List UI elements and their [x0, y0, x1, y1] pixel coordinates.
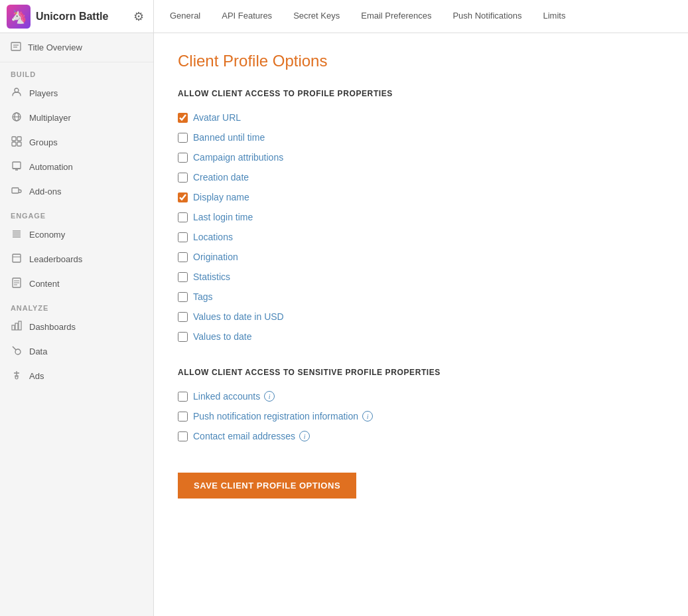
section2-checkbox-list: Linked accounts i Push notification regi…	[178, 386, 664, 446]
sidebar-item-economy[interactable]: Economy	[0, 222, 153, 247]
sidebar-item-dashboards-label: Dashboards	[29, 322, 76, 332]
linked-accounts-checkbox[interactable]	[178, 392, 188, 402]
push-notification-reg-checkbox[interactable]	[178, 412, 188, 422]
section1-header: ALLOW CLIENT ACCESS TO PROFILE PROPERTIE…	[178, 89, 664, 98]
title-overview-icon	[11, 41, 21, 54]
list-item: Origination	[178, 247, 664, 267]
svg-rect-2	[11, 42, 21, 50]
list-item: Campaign attributions	[178, 147, 664, 167]
sidebar-item-title-overview[interactable]: Title Overview	[0, 33, 153, 62]
list-item: Locations	[178, 227, 664, 247]
sidebar-item-ads[interactable]: Ads	[0, 364, 153, 388]
svg-rect-29	[19, 321, 21, 330]
sidebar-section-engage: ENGAGE	[0, 204, 153, 222]
list-item: Tags	[178, 287, 664, 307]
top-nav-push-notifications[interactable]: Push Notifications	[442, 0, 532, 33]
linked-accounts-label: Linked accounts i	[193, 391, 275, 402]
contact-email-label: Contact email addresses i	[193, 431, 310, 441]
sidebar-item-players[interactable]: Players	[0, 81, 153, 106]
sidebar-item-content[interactable]: Content	[0, 271, 153, 296]
sidebar-item-economy-label: Economy	[29, 230, 65, 240]
display-name-label: Display name	[193, 192, 249, 202]
values-to-date-usd-checkbox[interactable]	[178, 312, 188, 322]
values-to-date-usd-label: Values to date in USD	[193, 311, 284, 322]
add-ons-icon	[11, 185, 23, 198]
sidebar-item-leaderboards[interactable]: Leaderboards	[0, 247, 153, 271]
data-icon	[11, 345, 23, 358]
push-notification-reg-info-icon[interactable]: i	[362, 411, 373, 422]
avatar-url-label: Avatar URL	[193, 112, 241, 123]
values-to-date-label: Values to date	[193, 331, 251, 342]
page-title: Client Profile Options	[178, 52, 664, 70]
svg-point-32	[15, 376, 18, 379]
sidebar-item-players-label: Players	[29, 88, 58, 98]
top-bar: 🦄 Unicorn Battle ⚙ General API Features …	[0, 0, 688, 33]
svg-rect-13	[13, 162, 21, 169]
statistics-label: Statistics	[193, 271, 230, 282]
svg-rect-9	[12, 137, 16, 141]
contact-email-checkbox[interactable]	[178, 431, 188, 441]
dashboards-icon	[11, 321, 23, 333]
sidebar-item-data[interactable]: Data	[0, 339, 153, 364]
last-login-time-checkbox[interactable]	[178, 212, 188, 222]
creation-date-checkbox[interactable]	[178, 173, 188, 183]
tags-checkbox[interactable]	[178, 292, 188, 302]
economy-icon	[11, 228, 23, 241]
list-item: Statistics	[178, 267, 664, 287]
settings-button[interactable]: ⚙	[131, 7, 147, 27]
avatar-url-checkbox[interactable]	[178, 113, 188, 123]
statistics-checkbox[interactable]	[178, 272, 188, 282]
display-name-checkbox[interactable]	[178, 193, 188, 202]
list-item: Last login time	[178, 207, 664, 227]
sidebar-item-title-overview-label: Title Overview	[28, 42, 82, 52]
top-navigation: General API Features Secret Keys Email P…	[154, 0, 688, 33]
banned-until-time-label: Banned until time	[193, 132, 265, 143]
svg-rect-16	[12, 188, 19, 193]
ads-icon	[11, 370, 23, 382]
locations-checkbox[interactable]	[178, 232, 188, 242]
top-nav-api-features[interactable]: API Features	[211, 0, 283, 33]
linked-accounts-info-icon[interactable]: i	[264, 391, 275, 402]
sidebar-item-groups[interactable]: Groups	[0, 130, 153, 155]
sidebar-item-content-label: Content	[29, 279, 60, 289]
svg-rect-11	[12, 142, 16, 146]
top-nav-email-preferences[interactable]: Email Preferences	[350, 0, 442, 33]
app-brand: 🦄 Unicorn Battle ⚙	[0, 0, 154, 33]
svg-line-31	[13, 346, 17, 350]
svg-rect-21	[13, 254, 21, 262]
contact-email-info-icon[interactable]: i	[299, 431, 310, 441]
list-item: Display name	[178, 187, 664, 207]
origination-checkbox[interactable]	[178, 252, 188, 262]
locations-label: Locations	[193, 232, 233, 242]
campaign-attributions-checkbox[interactable]	[178, 153, 188, 163]
top-nav-general[interactable]: General	[159, 0, 211, 33]
svg-rect-10	[17, 137, 21, 141]
sidebar-section-analyze: ANALYZE	[0, 296, 153, 315]
players-icon	[11, 87, 23, 100]
sidebar-item-leaderboards-label: Leaderboards	[29, 254, 82, 264]
top-nav-secret-keys[interactable]: Secret Keys	[283, 0, 350, 33]
sidebar-item-multiplayer[interactable]: Multiplayer	[0, 106, 153, 130]
sidebar-item-add-ons[interactable]: Add-ons	[0, 179, 153, 204]
banned-until-time-checkbox[interactable]	[178, 133, 188, 143]
sidebar-section-build: BUILD	[0, 62, 153, 81]
sidebar-item-automation[interactable]: Automation	[0, 155, 153, 179]
sidebar-item-groups-label: Groups	[29, 137, 58, 147]
content-area: Client Profile Options ALLOW CLIENT ACCE…	[154, 33, 688, 616]
values-to-date-checkbox[interactable]	[178, 332, 188, 342]
sidebar-item-dashboards[interactable]: Dashboards	[0, 315, 153, 339]
list-item: Push notification registration informati…	[178, 406, 664, 426]
save-client-profile-options-button[interactable]: SAVE CLIENT PROFILE OPTIONS	[178, 473, 356, 499]
svg-rect-28	[15, 323, 18, 330]
list-item: Banned until time	[178, 127, 664, 147]
section2-header: ALLOW CLIENT ACCESS TO SENSITIVE PROFILE…	[178, 368, 664, 377]
last-login-time-label: Last login time	[193, 212, 253, 222]
top-nav-limits[interactable]: Limits	[533, 0, 577, 33]
origination-label: Origination	[193, 252, 238, 262]
list-item: Linked accounts i	[178, 386, 664, 406]
campaign-attributions-label: Campaign attributions	[193, 152, 283, 163]
sidebar: Title Overview BUILD Players Multiplayer…	[0, 33, 154, 616]
svg-rect-27	[12, 325, 15, 330]
push-notification-reg-label: Push notification registration informati…	[193, 411, 373, 422]
groups-icon	[11, 136, 23, 149]
